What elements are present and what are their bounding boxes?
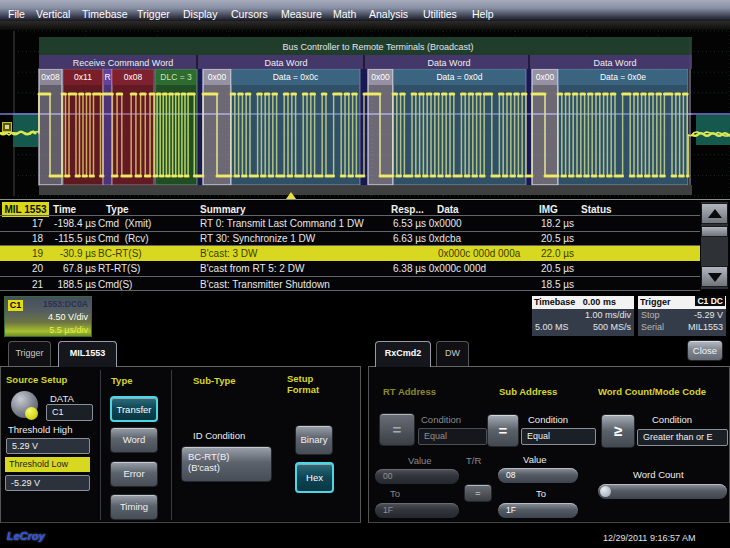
svg-text:DLC = 3: DLC = 3 [160,72,192,82]
svg-text:Data = 0x0e: Data = 0x0e [600,72,646,82]
svg-text:Data = 0x0d: Data = 0x0d [436,72,482,82]
svg-text:0x00: 0x00 [208,72,227,82]
svg-text:0x00: 0x00 [371,72,390,82]
svg-text:Data = 0x0c: Data = 0x0c [273,72,319,82]
svg-text:R: R [104,72,110,82]
svg-text:Data Word: Data Word [594,58,637,68]
svg-text:0x08: 0x08 [124,72,143,82]
svg-text:0x08: 0x08 [41,72,60,82]
svg-text:Bus Controller to Remote Termi: Bus Controller to Remote Terminals (Broa… [283,42,474,52]
svg-text:0x11: 0x11 [74,72,92,82]
svg-text:Data Word: Data Word [428,58,471,68]
svg-text:Receive Command Word: Receive Command Word [73,58,173,68]
svg-text:0x00: 0x00 [536,72,555,82]
svg-text:Data Word: Data Word [265,58,308,68]
